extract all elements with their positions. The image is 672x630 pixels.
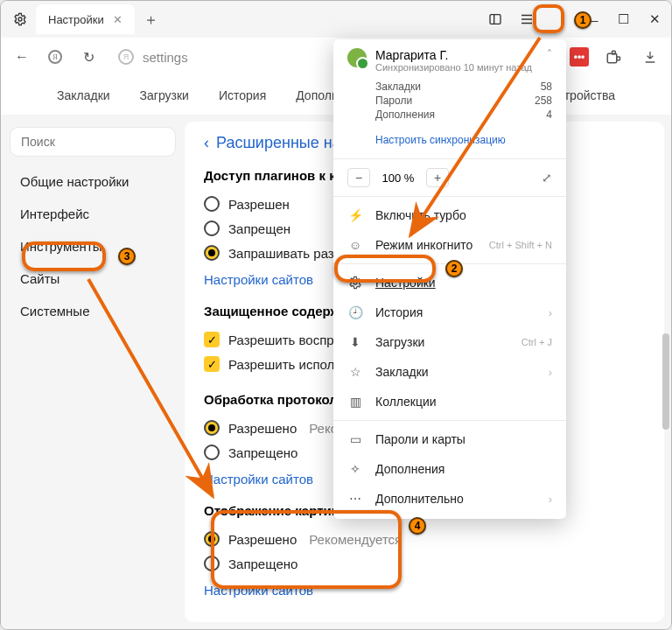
sidebar-item-interface[interactable]: Интерфейс (10, 198, 176, 230)
avatar (347, 48, 367, 67)
zoom-controls: − 100 % + ⤢ (333, 163, 566, 192)
tab-bookmarks[interactable]: Закладки (50, 83, 117, 108)
link-sites-settings[interactable]: Настройки сайтов (204, 583, 313, 598)
main-menu-popup: Маргарита Г. Синхронизировано 10 минут н… (333, 39, 566, 519)
site-icon: Я (118, 49, 134, 65)
sidebar-item-sites[interactable]: Сайты (10, 262, 176, 295)
incognito-icon: ☺ (347, 237, 363, 253)
download-icon: ⬇ (347, 334, 363, 350)
menu-addons[interactable]: ✧Дополнения (333, 454, 566, 484)
menu-passwords[interactable]: ▭Пароли и карты (333, 424, 566, 454)
fullscreen-icon[interactable]: ⤢ (542, 171, 552, 185)
card-icon: ▭ (347, 431, 363, 447)
new-tab-button[interactable]: ＋ (140, 8, 163, 31)
sidebar-item-general[interactable]: Общие настройки (10, 165, 176, 198)
sync-status: Синхронизировано 10 минут назад (375, 62, 532, 73)
svg-rect-8 (617, 57, 620, 60)
close-button[interactable]: ✕ (647, 11, 662, 27)
extension-lastpass-icon[interactable]: ••• (570, 47, 589, 66)
sidebar-toggle-icon[interactable] (487, 11, 503, 27)
downloads-button[interactable] (638, 45, 662, 69)
menu-collections[interactable]: ▥Коллекции (333, 387, 566, 416)
menu-turbo[interactable]: ⚡Включить турбо (333, 200, 566, 230)
scrollbar-thumb[interactable] (662, 333, 669, 430)
zoom-out-button[interactable]: − (347, 168, 370, 187)
chevron-right-icon: › (549, 366, 552, 379)
divider (333, 420, 566, 421)
gear-icon (8, 7, 32, 32)
collections-icon: ▥ (347, 394, 363, 410)
svg-rect-7 (612, 51, 616, 54)
annotation-badge-2: 2 (445, 260, 463, 277)
yandex-home-icon[interactable]: Я (43, 45, 67, 69)
svg-point-0 (18, 18, 22, 21)
user-section[interactable]: Маргарита Г. Синхронизировано 10 минут н… (333, 48, 566, 73)
close-icon[interactable]: ✕ (113, 13, 122, 26)
svg-rect-6 (607, 53, 617, 63)
annotation-badge-3: 3 (118, 248, 136, 265)
extensions-icon[interactable] (601, 45, 626, 69)
puzzle-icon: ✧ (347, 461, 363, 477)
menu-incognito[interactable]: ☺Режим инкогнитоCtrl + Shift + N (333, 230, 566, 260)
opt-images-allowed[interactable]: РазрешеноРекомендуется (204, 527, 655, 551)
tab-label: Настройки (48, 13, 104, 26)
annotation-badge-4: 4 (409, 517, 426, 535)
star-icon: ☆ (347, 364, 363, 380)
more-icon: ⋯ (347, 491, 363, 507)
clock-icon: 🕘 (347, 304, 363, 320)
tab-downloads[interactable]: Загрузки (133, 83, 196, 108)
sync-stats: Закладки58 Пароли258 Дополнения4 (333, 73, 566, 130)
gear-icon (347, 275, 363, 290)
menu-downloads[interactable]: ⬇ЗагрузкиCtrl + J (333, 327, 566, 357)
back-button[interactable]: ← (10, 45, 34, 69)
annotation-badge-1: 1 (574, 11, 592, 29)
maximize-button[interactable]: ☐ (615, 11, 631, 27)
sidebar-item-system[interactable]: Системные (10, 295, 176, 327)
configure-sync-link[interactable]: Настроить синхронизацию (333, 130, 566, 155)
browser-window: Настройки ✕ ＋ — ☐ ✕ ← Я ↻ Я settings Нас… (0, 0, 672, 630)
tab-history[interactable]: История (212, 83, 273, 108)
browser-tab[interactable]: Настройки ✕ (36, 4, 135, 34)
chevron-up-icon[interactable]: ˄ (547, 48, 552, 60)
settings-sidebar: Общие настройки Интерфейс Инструменты Са… (1, 115, 185, 629)
menu-bookmarks[interactable]: ☆Закладки› (333, 357, 566, 387)
menu-history[interactable]: 🕘История› (333, 298, 566, 327)
link-sites-settings[interactable]: Настройки сайтов (204, 472, 313, 486)
title-bar: Настройки ✕ ＋ — ☐ ✕ (1, 1, 671, 38)
svg-rect-1 (490, 15, 500, 24)
svg-point-9 (354, 281, 357, 284)
sidebar-item-instruments[interactable]: Инструменты (10, 230, 176, 262)
address-text: settings (143, 50, 188, 65)
chevron-right-icon: › (549, 493, 552, 506)
chevron-right-icon: › (549, 306, 552, 319)
zoom-in-button[interactable]: + (426, 168, 449, 187)
link-sites-settings[interactable]: Настройки сайтов (204, 272, 313, 287)
reload-button[interactable]: ↻ (76, 45, 101, 69)
search-input[interactable] (10, 127, 176, 157)
divider (333, 158, 566, 159)
opt-images-denied[interactable]: Запрещено (204, 551, 655, 576)
divider (333, 196, 566, 197)
chevron-left-icon: ‹ (204, 134, 209, 152)
user-name: Маргарита Г. (375, 48, 532, 62)
hamburger-menu-button[interactable] (519, 11, 535, 27)
zoom-value: 100 % (374, 172, 423, 185)
bolt-icon: ⚡ (347, 207, 363, 223)
menu-more[interactable]: ⋯Дополнительно› (333, 484, 566, 514)
